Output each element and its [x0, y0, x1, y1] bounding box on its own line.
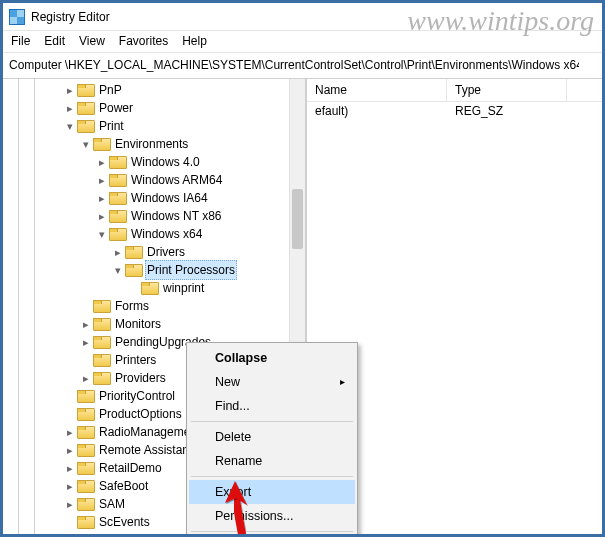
chevron-right-icon[interactable]: ▸ — [63, 81, 77, 99]
cell-type: REG_SZ — [447, 104, 567, 118]
chevron-right-icon[interactable]: ▸ — [63, 477, 77, 495]
folder-icon — [109, 174, 125, 187]
ctx-separator — [191, 476, 353, 477]
folder-icon — [77, 462, 93, 475]
tree-label: Drivers — [145, 243, 187, 261]
tree-node-winprint[interactable]: ▸ winprint — [127, 279, 305, 297]
ctx-new[interactable]: New ▸ — [189, 370, 355, 394]
tree-node-pnp[interactable]: ▸ PnP — [63, 81, 305, 99]
chevron-down-icon[interactable]: ▾ — [79, 135, 93, 153]
chevron-down-icon[interactable]: ▾ — [111, 261, 125, 279]
scrollbar-thumb[interactable] — [292, 189, 303, 249]
column-name[interactable]: Name — [307, 79, 447, 101]
folder-icon — [93, 300, 109, 313]
chevron-right-icon[interactable]: ▸ — [95, 189, 109, 207]
tree-node-printprocessors[interactable]: ▾ Print Processors — [111, 261, 305, 279]
folder-icon — [77, 444, 93, 457]
expander-none: ▸ — [63, 513, 77, 531]
folder-icon — [125, 246, 141, 259]
address-input[interactable] — [62, 56, 582, 74]
tree-node-print[interactable]: ▾ Print — [63, 117, 305, 135]
tree-label: Windows IA64 — [129, 189, 210, 207]
chevron-right-icon[interactable]: ▸ — [63, 423, 77, 441]
folder-icon — [109, 192, 125, 205]
folder-icon — [77, 120, 93, 133]
expander-none: ▸ — [63, 387, 77, 405]
ctx-permissions[interactable]: Permissions... — [189, 504, 355, 528]
ctx-separator — [191, 531, 353, 532]
submenu-arrow-icon: ▸ — [340, 376, 345, 387]
list-header: Name Type — [307, 79, 602, 102]
expander-none: ▸ — [63, 531, 77, 534]
expander-none: ▸ — [63, 405, 77, 423]
title-bar: Registry Editor — [3, 3, 602, 31]
chevron-right-icon[interactable]: ▸ — [63, 441, 77, 459]
tree-node-forms[interactable]: ▸ Forms — [79, 297, 305, 315]
folder-icon — [93, 336, 109, 349]
folder-icon — [77, 480, 93, 493]
folder-icon — [93, 138, 109, 151]
list-row[interactable]: efault) REG_SZ — [307, 102, 602, 120]
expander-none: ▸ — [79, 297, 93, 315]
chevron-right-icon[interactable]: ▸ — [63, 495, 77, 513]
ctx-export[interactable]: Export — [189, 480, 355, 504]
menu-favorites[interactable]: Favorites — [119, 34, 168, 48]
tree-label: Printers — [113, 351, 158, 369]
chevron-down-icon[interactable]: ▾ — [95, 225, 109, 243]
cell-name: efault) — [307, 104, 447, 118]
chevron-right-icon[interactable]: ▸ — [79, 333, 93, 351]
folder-icon — [93, 372, 109, 385]
folder-icon — [77, 426, 93, 439]
menu-edit[interactable]: Edit — [44, 34, 65, 48]
menu-help[interactable]: Help — [182, 34, 207, 48]
tree-node-drivers[interactable]: ▸ Drivers — [111, 243, 305, 261]
folder-icon — [77, 408, 93, 421]
tree-label: SCMConfig — [97, 531, 162, 534]
chevron-right-icon[interactable]: ▸ — [95, 171, 109, 189]
tree-node-winia64[interactable]: ▸ Windows IA64 — [95, 189, 305, 207]
chevron-right-icon[interactable]: ▸ — [63, 459, 77, 477]
expander-none: ▸ — [127, 279, 141, 297]
chevron-right-icon[interactable]: ▸ — [95, 153, 109, 171]
tree-node-power[interactable]: ▸ Power — [63, 99, 305, 117]
tree-node-winarm64[interactable]: ▸ Windows ARM64 — [95, 171, 305, 189]
tree-label: Print — [97, 117, 126, 135]
ctx-rename[interactable]: Rename — [189, 449, 355, 473]
chevron-right-icon[interactable]: ▸ — [111, 243, 125, 261]
folder-icon — [109, 228, 125, 241]
ctx-delete[interactable]: Delete — [189, 425, 355, 449]
chevron-right-icon[interactable]: ▸ — [79, 315, 93, 333]
tree-label: SafeBoot — [97, 477, 150, 495]
ctx-collapse[interactable]: Collapse — [189, 346, 355, 370]
chevron-right-icon[interactable]: ▸ — [79, 369, 93, 387]
ctx-find[interactable]: Find... — [189, 394, 355, 418]
expander-none: ▸ — [79, 351, 93, 369]
folder-icon — [77, 390, 93, 403]
tree-label: Windows NT x86 — [129, 207, 223, 225]
menu-view[interactable]: View — [79, 34, 105, 48]
column-type[interactable]: Type — [447, 79, 567, 101]
tree-label: ProductOptions — [97, 405, 184, 423]
tree-node-monitors[interactable]: ▸ Monitors — [79, 315, 305, 333]
menu-bar: File Edit View Favorites Help — [3, 31, 602, 53]
tree-label: Environments — [113, 135, 190, 153]
folder-icon — [109, 156, 125, 169]
ctx-separator — [191, 421, 353, 422]
folder-icon — [77, 534, 93, 535]
menu-file[interactable]: File — [11, 34, 30, 48]
tree-label: Providers — [113, 369, 168, 387]
folder-icon — [77, 102, 93, 115]
chevron-down-icon[interactable]: ▾ — [63, 117, 77, 135]
tree-label: ScEvents — [97, 513, 152, 531]
tree-node-environments[interactable]: ▾ Environments — [79, 135, 305, 153]
tree-node-winntx86[interactable]: ▸ Windows NT x86 — [95, 207, 305, 225]
tree-label: RetailDemo — [97, 459, 164, 477]
tree-node-win40[interactable]: ▸ Windows 4.0 — [95, 153, 305, 171]
chevron-right-icon[interactable]: ▸ — [63, 99, 77, 117]
tree-node-winx64[interactable]: ▾ Windows x64 — [95, 225, 305, 243]
tree-label: Windows 4.0 — [129, 153, 202, 171]
chevron-right-icon[interactable]: ▸ — [95, 207, 109, 225]
tree-label: PnP — [97, 81, 124, 99]
regedit-icon — [9, 9, 25, 25]
folder-icon — [93, 354, 109, 367]
